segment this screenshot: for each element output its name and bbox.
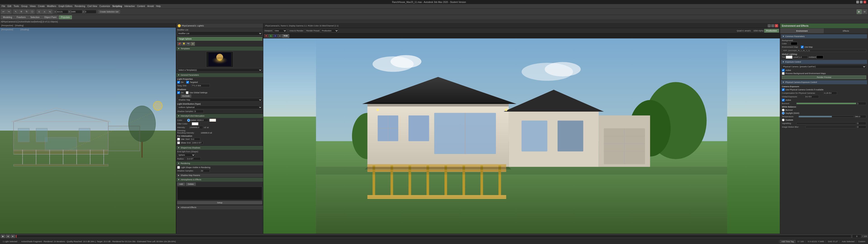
targeted-checkbox[interactable] — [186, 81, 189, 84]
tab-populate[interactable]: Populate — [59, 16, 72, 19]
burnout-input[interactable] — [857, 102, 866, 105]
scale-btn[interactable]: ⬡ — [30, 9, 35, 14]
timeline-track[interactable] — [16, 235, 851, 238]
z-coord-input[interactable] — [85, 10, 96, 13]
exp-active-checkbox[interactable] — [782, 69, 784, 72]
create-selection-set-btn[interactable]: Create Selection Set — [98, 10, 120, 13]
far-start-input[interactable] — [191, 138, 200, 141]
angle-snap-btn[interactable]: A — [42, 9, 47, 14]
global-exp-active-checkbox[interactable] — [782, 99, 784, 101]
menu-file[interactable]: File — [0, 4, 6, 8]
map-name-btn[interactable]: HDR: (ranchstyle_4k_1_1b_.1_1) — [782, 49, 866, 52]
select-btn[interactable]: ↖ — [13, 9, 18, 14]
phys-camera-exp-title[interactable]: ▼ Physical Camera Exposure Control — [781, 80, 867, 84]
radius-input[interactable] — [187, 157, 201, 160]
tab-selection[interactable]: Selection — [28, 16, 41, 19]
channel-b-btn[interactable]: B — [273, 34, 277, 38]
tab-freeform[interactable]: Freeform — [15, 16, 28, 19]
percent-snap-btn[interactable]: % — [48, 9, 53, 14]
exclude-btn[interactable]: Exclude — [181, 94, 191, 98]
custom-radio[interactable] — [782, 119, 784, 121]
y-coord-input[interactable] — [71, 10, 82, 13]
prev-frame-btn[interactable]: ◄ — [6, 235, 10, 238]
add-time-tag-btn[interactable]: Add Time Tag — [780, 240, 796, 243]
vignetting-input[interactable] — [857, 122, 866, 125]
add-atmos-btn[interactable]: Add — [177, 183, 185, 186]
shadow-samples-input[interactable] — [195, 110, 204, 113]
tab-object-paint[interactable]: Object Paint — [42, 16, 58, 19]
material-editor-btn[interactable]: M — [862, 9, 867, 14]
render-win-close[interactable]: × — [775, 24, 778, 27]
menu-help[interactable]: Help — [155, 4, 162, 8]
channel-a-btn[interactable]: A — [278, 34, 282, 38]
move-btn[interactable]: ✛ — [19, 9, 24, 14]
render-win-min[interactable]: _ — [768, 24, 771, 27]
shadow-samples-r-input[interactable] — [201, 169, 210, 172]
channel-r-btn[interactable]: R — [264, 34, 268, 38]
far-use-checkbox[interactable] — [177, 138, 180, 141]
menu-create[interactable]: Create — [37, 4, 46, 8]
modifier-list-dropdown[interactable]: Modifier List — [177, 31, 262, 35]
delete-atmos-btn[interactable]: Delete — [186, 183, 196, 186]
use-map-checkbox[interactable] — [801, 45, 804, 48]
far-end-input[interactable] — [192, 141, 203, 144]
rendering-header[interactable]: ▼ Rendering — [176, 161, 263, 165]
shadow-map-header[interactable]: ► Shadow Map Params — [176, 173, 263, 177]
menu-rendering[interactable]: Rendering — [73, 4, 86, 8]
template-dropdown[interactable]: Select a Template(s) — [177, 68, 262, 72]
channel-g-btn[interactable]: G — [269, 34, 273, 38]
menu-arnold[interactable]: Arnold — [146, 4, 155, 8]
undo-btn[interactable]: ↩ — [1, 9, 6, 14]
intensity-header[interactable]: ▼ Intensity/Color/Attenuation — [176, 114, 263, 118]
shape-area-header[interactable]: ▼ Shape/Area Shadows — [176, 146, 263, 150]
render-preset-dropdown[interactable]: Production — [320, 29, 339, 33]
shadow-type-dropdown[interactable]: Shadow Map — [177, 98, 262, 102]
menu-customize[interactable]: Customize — [98, 4, 111, 8]
snap-btn[interactable]: S — [37, 9, 41, 14]
common-params-title[interactable]: ▼ Common Parameters — [781, 34, 867, 38]
general-params-header[interactable]: ▼ General Parameters — [176, 73, 263, 77]
tint-swatch[interactable] — [786, 56, 793, 59]
menu-views[interactable]: Views — [29, 4, 37, 8]
exp-control-dropdown[interactable]: Physical Camera: (presets:CanFire') — [782, 65, 866, 68]
render-preview-btn[interactable]: Render Preview — [782, 75, 866, 79]
redo-btn[interactable]: ↪ — [6, 9, 11, 14]
mod-btn-1[interactable]: 📌 — [177, 42, 181, 45]
setup-atmos-btn[interactable]: Setup — [177, 201, 262, 204]
exp-process-bg-checkbox[interactable] — [782, 72, 784, 75]
templates-header[interactable]: ▼ Templates — [176, 47, 263, 51]
kelvin-input[interactable] — [197, 119, 209, 122]
ambient-swatch[interactable] — [816, 56, 823, 59]
comp-input[interactable] — [824, 92, 837, 95]
menu-scripting[interactable]: Scripting — [111, 4, 123, 8]
mod-btn-2[interactable]: 💡 — [182, 42, 186, 45]
tang-dist-input[interactable] — [192, 84, 210, 87]
wb-radio-2[interactable] — [782, 112, 784, 115]
light-shape-visible-checkbox[interactable] — [177, 166, 180, 169]
global-exp-input[interactable] — [805, 95, 819, 98]
menu-interactive[interactable]: Interactive — [123, 4, 136, 8]
use-phys-checkbox[interactable] — [782, 88, 784, 91]
viewport-3d[interactable]: [Perspective] [Shading] — [0, 28, 176, 234]
render-win-max[interactable]: □ — [771, 24, 774, 27]
menu-edit[interactable]: Edit — [6, 4, 12, 8]
frame-input[interactable] — [852, 235, 861, 238]
play-btn[interactable]: ▶ — [1, 235, 5, 238]
mod-btn-3[interactable]: 📷 — [186, 42, 190, 45]
render-viewport-dropdown[interactable]: View — [273, 29, 287, 33]
exposure-control-title[interactable]: ▼ Exposure Control — [781, 60, 867, 64]
temp-input[interactable] — [855, 115, 866, 118]
menu-content[interactable]: Content — [136, 4, 146, 8]
menu-group[interactable]: Group — [20, 4, 29, 8]
use-global-checkbox[interactable] — [186, 91, 188, 94]
far-show-checkbox[interactable] — [177, 142, 180, 144]
channel-rgb-btn[interactable]: RGB — [282, 34, 289, 38]
level-input[interactable] — [799, 56, 808, 59]
light-dist-dropdown[interactable]: Uniform Spherical — [177, 105, 262, 109]
minimize-btn[interactable]: _ — [856, 1, 859, 3]
rotate-btn[interactable]: ↻ — [24, 9, 29, 14]
env-tab-effects[interactable]: Effects — [824, 28, 868, 33]
intensity-input[interactable] — [189, 126, 203, 129]
filter-color-swatch[interactable] — [192, 122, 198, 125]
menu-tools[interactable]: Tools — [12, 4, 20, 8]
